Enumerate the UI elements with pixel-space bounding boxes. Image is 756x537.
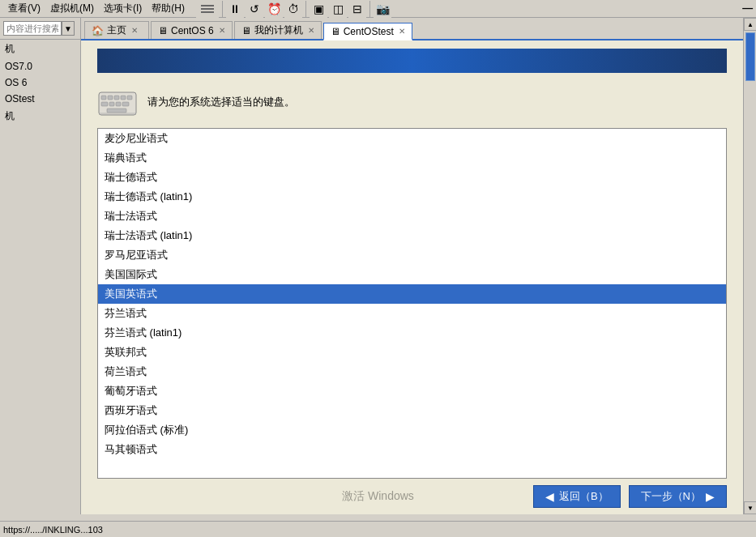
status-bar: https://...../INKLING...103: [0, 521, 756, 537]
tab-mycomputer-close[interactable]: ✕: [308, 26, 314, 35]
toolbar-separator-2: [305, 1, 306, 17]
svg-rect-9: [122, 102, 129, 106]
sidebar-search-area: ▼: [0, 18, 80, 40]
menu-item-view[interactable]: 查看(V): [3, 0, 45, 17]
content-area: 🏠 主页 ✕ 🖥 CentOS 6 ✕ 🖥 我的计算机 ✕ 🖥 CentOSte…: [81, 18, 743, 514]
tab-centos6-icon: 🖥: [158, 25, 168, 36]
right-scroll-thumb[interactable]: [745, 32, 755, 81]
list-item[interactable]: 英联邦式: [98, 343, 726, 362]
toolbar-btn-display2[interactable]: ◫: [329, 0, 347, 18]
svg-rect-6: [101, 102, 108, 106]
sidebar-item-2[interactable]: OS 6: [0, 75, 80, 91]
toolbar-btn-snap[interactable]: 📷: [374, 0, 391, 18]
keyboard-list-scroll[interactable]: 麦沙尼业语式瑞典语式瑞士德语式瑞士德语式 (latin1)瑞士法语式瑞士法语式 …: [98, 129, 726, 478]
sidebar-item-1[interactable]: OS7.0: [0, 58, 80, 75]
list-item[interactable]: 瑞士德语式: [98, 168, 726, 187]
sidebar-item-0[interactable]: 机: [0, 40, 80, 58]
sidebar: ▼ 机 OS7.0 OS 6 OStest 机: [0, 18, 81, 514]
svg-rect-2: [108, 96, 113, 100]
list-item[interactable]: 荷兰语式: [98, 362, 726, 381]
right-scroll-up[interactable]: ▲: [744, 18, 756, 31]
tab-centos6-label: CentOS 6: [171, 25, 214, 36]
tab-centos6[interactable]: 🖥 CentOS 6 ✕: [151, 21, 233, 39]
svg-rect-11: [99, 113, 136, 115]
tab-home-close[interactable]: ✕: [131, 26, 138, 35]
svg-rect-10: [107, 109, 126, 113]
list-item[interactable]: 瑞士法语式: [98, 207, 726, 226]
back-button-label: 返回（B）: [559, 489, 609, 504]
tabs-bar: 🏠 主页 ✕ 🖥 CentOS 6 ✕ 🖥 我的计算机 ✕ 🖥 CentOSte…: [81, 18, 743, 40]
back-arrow-icon: ◀: [545, 490, 554, 503]
toolbar-btn-bar[interactable]: [196, 0, 219, 18]
list-item[interactable]: 葡萄牙语式: [98, 381, 726, 401]
toolbar-btn-clock[interactable]: ⏰: [265, 0, 283, 18]
list-item[interactable]: 瑞典语式: [98, 148, 726, 168]
menu-bar: 查看(V) 虚拟机(M) 选项卡(I) 帮助(H) ⏸ ↺ ⏰ ⏱ ▣ ◫ ⊟ …: [0, 0, 756, 18]
menu-item-tab[interactable]: 选项卡(I): [99, 0, 147, 17]
tab-home-icon: 🏠: [92, 25, 104, 36]
tab-mycomputer[interactable]: 🖥 我的计算机 ✕: [234, 21, 322, 39]
tab-mycomputer-label: 我的计算机: [254, 23, 303, 37]
tab-centos6-close[interactable]: ✕: [219, 26, 225, 35]
sidebar-item-3[interactable]: OStest: [0, 91, 80, 107]
list-item[interactable]: 马其顿语式: [98, 440, 726, 459]
keyboard-list-container: 麦沙尼业语式瑞典语式瑞士德语式瑞士德语式 (latin1)瑞士法语式瑞士法语式 …: [97, 128, 727, 479]
svg-rect-8: [116, 102, 121, 106]
toolbar-btn-display3[interactable]: ⊟: [348, 0, 366, 18]
toolbar-btn-suspend[interactable]: ⏸: [226, 0, 244, 18]
tab-centostest-close[interactable]: ✕: [399, 27, 405, 36]
toolbar-separator-1: [222, 1, 223, 17]
next-button-label: 下一步（N）: [641, 489, 701, 504]
blue-header-bar: [97, 49, 727, 73]
bottom-bar: 激活 Windows ◀ 返回（B） 下一步（N） ▶: [81, 479, 743, 514]
next-arrow-icon: ▶: [706, 490, 715, 503]
svg-rect-4: [121, 96, 126, 100]
main-container: ▼ 机 OS7.0 OS 6 OStest 机 🏠 主页 ✕ 🖥 CentOS …: [0, 18, 756, 514]
tab-mycomputer-icon: 🖥: [241, 25, 251, 36]
tab-centostest-icon: 🖥: [331, 26, 340, 37]
list-item[interactable]: 美国国际式: [98, 265, 726, 284]
toolbar-btn-restart[interactable]: ↺: [246, 0, 263, 18]
tab-centostest[interactable]: 🖥 CentOStest ✕: [323, 23, 412, 40]
svg-rect-3: [114, 96, 119, 100]
list-item[interactable]: 美国英语式: [98, 284, 726, 304]
right-panel: ▲ ▼: [743, 18, 756, 514]
list-item[interactable]: 阿拉伯语式 (标准): [98, 420, 726, 440]
watermark-text: 激活 Windows: [342, 489, 414, 504]
search-dropdown-btn[interactable]: ▼: [62, 21, 75, 36]
tab-home[interactable]: 🏠 主页 ✕: [84, 21, 149, 39]
tab-home-label: 主页: [107, 23, 126, 37]
list-item[interactable]: 瑞士德语式 (latin1): [98, 187, 726, 207]
list-item[interactable]: 罗马尼亚语式: [98, 245, 726, 265]
keyboard-section: 请为您的系统选择适当的键盘。: [81, 79, 743, 128]
list-item[interactable]: 芬兰语式: [98, 304, 726, 323]
next-button[interactable]: 下一步（N） ▶: [629, 485, 727, 508]
list-item[interactable]: 西班牙语式: [98, 401, 726, 420]
keyboard-prompt-text: 请为您的系统选择适当的键盘。: [147, 95, 295, 109]
toolbar-separator-3: [369, 1, 370, 17]
status-text: https://...../INKLING...103: [3, 525, 103, 535]
svg-rect-5: [127, 96, 132, 100]
toolbar-btn-clock2[interactable]: ⏱: [284, 0, 302, 18]
sidebar-item-4[interactable]: 机: [0, 107, 80, 126]
list-item[interactable]: 麦沙尼业语式: [98, 129, 726, 148]
svg-rect-1: [101, 96, 106, 100]
svg-rect-7: [109, 102, 114, 106]
menu-item-help[interactable]: 帮助(H): [147, 0, 190, 17]
menu-item-vm[interactable]: 虚拟机(M): [45, 0, 99, 17]
list-item[interactable]: 芬兰语式 (latin1): [98, 323, 726, 343]
keyboard-icon: [97, 86, 138, 118]
page-content: 请为您的系统选择适当的键盘。 麦沙尼业语式瑞典语式瑞士德语式瑞士德语式 (lat…: [81, 40, 743, 514]
tab-centostest-label: CentOStest: [344, 26, 394, 37]
right-scroll-down[interactable]: ▼: [744, 501, 756, 514]
list-item[interactable]: 瑞士法语式 (latin1): [98, 226, 726, 245]
window-maximize[interactable]: ─: [742, 0, 753, 17]
search-input[interactable]: [3, 21, 62, 36]
back-button[interactable]: ◀ 返回（B）: [533, 485, 621, 508]
toolbar-btn-display[interactable]: ▣: [310, 0, 327, 18]
